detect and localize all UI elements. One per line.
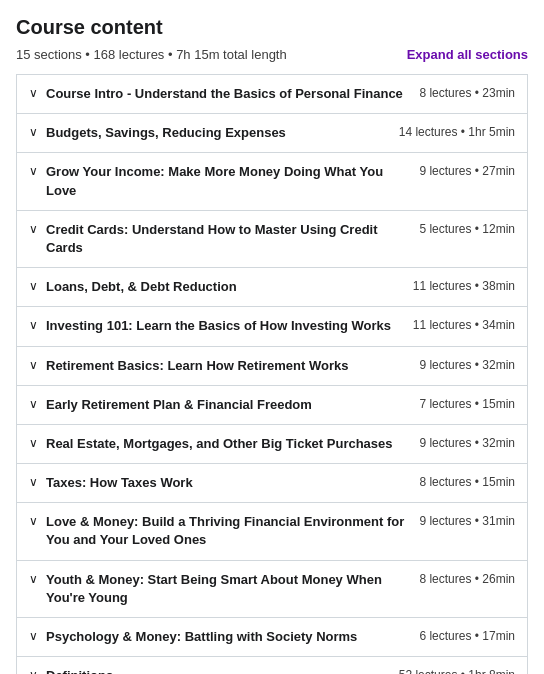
section-meta: 8 lectures • 23min [419, 86, 515, 100]
section-list: ∨Course Intro - Understand the Basics of… [16, 74, 528, 674]
section-title: Budgets, Savings, Reducing Expenses [46, 124, 286, 142]
section-meta: 9 lectures • 27min [419, 164, 515, 178]
section-title: Credit Cards: Understand How to Master U… [46, 221, 407, 257]
chevron-down-icon: ∨ [29, 358, 38, 372]
chevron-down-icon: ∨ [29, 164, 38, 178]
section-left: ∨Credit Cards: Understand How to Master … [29, 221, 407, 257]
table-row[interactable]: ∨Retirement Basics: Learn How Retirement… [17, 347, 527, 386]
chevron-down-icon: ∨ [29, 279, 38, 293]
section-left: ∨Budgets, Savings, Reducing Expenses [29, 124, 387, 142]
table-row[interactable]: ∨Youth & Money: Start Being Smart About … [17, 561, 527, 618]
section-meta: 7 lectures • 15min [419, 397, 515, 411]
section-left: ∨Definitions [29, 667, 387, 674]
summary-text: 15 sections • 168 lectures • 7h 15m tota… [16, 47, 287, 62]
table-row[interactable]: ∨Early Retirement Plan & Financial Freed… [17, 386, 527, 425]
chevron-down-icon: ∨ [29, 514, 38, 528]
table-row[interactable]: ∨Psychology & Money: Battling with Socie… [17, 618, 527, 657]
chevron-down-icon: ∨ [29, 318, 38, 332]
section-title: Early Retirement Plan & Financial Freedo… [46, 396, 312, 414]
chevron-down-icon: ∨ [29, 668, 38, 674]
section-title: Retirement Basics: Learn How Retirement … [46, 357, 348, 375]
section-meta: 8 lectures • 26min [419, 572, 515, 586]
table-row[interactable]: ∨Love & Money: Build a Thriving Financia… [17, 503, 527, 560]
section-meta: 11 lectures • 34min [413, 318, 515, 332]
section-left: ∨Psychology & Money: Battling with Socie… [29, 628, 407, 646]
summary-row: 15 sections • 168 lectures • 7h 15m tota… [16, 47, 528, 62]
section-meta: 6 lectures • 17min [419, 629, 515, 643]
section-meta: 9 lectures • 32min [419, 358, 515, 372]
section-meta: 9 lectures • 32min [419, 436, 515, 450]
section-left: ∨Retirement Basics: Learn How Retirement… [29, 357, 407, 375]
chevron-down-icon: ∨ [29, 222, 38, 236]
chevron-down-icon: ∨ [29, 125, 38, 139]
expand-all-link[interactable]: Expand all sections [407, 47, 528, 62]
section-meta: 52 lectures • 1hr 8min [399, 668, 515, 674]
chevron-down-icon: ∨ [29, 86, 38, 100]
page-title: Course content [16, 16, 528, 39]
table-row[interactable]: ∨Grow Your Income: Make More Money Doing… [17, 153, 527, 210]
section-title: Taxes: How Taxes Work [46, 474, 193, 492]
section-left: ∨Investing 101: Learn the Basics of How … [29, 317, 401, 335]
section-title: Psychology & Money: Battling with Societ… [46, 628, 357, 646]
section-meta: 14 lectures • 1hr 5min [399, 125, 515, 139]
section-title: Real Estate, Mortgages, and Other Big Ti… [46, 435, 393, 453]
section-title: Loans, Debt, & Debt Reduction [46, 278, 237, 296]
section-left: ∨Love & Money: Build a Thriving Financia… [29, 513, 407, 549]
section-meta: 8 lectures • 15min [419, 475, 515, 489]
table-row[interactable]: ∨Taxes: How Taxes Work8 lectures • 15min [17, 464, 527, 503]
section-title: Grow Your Income: Make More Money Doing … [46, 163, 407, 199]
section-meta: 11 lectures • 38min [413, 279, 515, 293]
section-left: ∨Loans, Debt, & Debt Reduction [29, 278, 401, 296]
section-title: Youth & Money: Start Being Smart About M… [46, 571, 407, 607]
section-left: ∨Grow Your Income: Make More Money Doing… [29, 163, 407, 199]
chevron-down-icon: ∨ [29, 475, 38, 489]
section-left: ∨Taxes: How Taxes Work [29, 474, 407, 492]
table-row[interactable]: ∨Investing 101: Learn the Basics of How … [17, 307, 527, 346]
section-title: Investing 101: Learn the Basics of How I… [46, 317, 391, 335]
chevron-down-icon: ∨ [29, 397, 38, 411]
course-content-panel: Course content 15 sections • 168 lecture… [0, 0, 544, 674]
table-row[interactable]: ∨Credit Cards: Understand How to Master … [17, 211, 527, 268]
section-left: ∨Early Retirement Plan & Financial Freed… [29, 396, 407, 414]
table-row[interactable]: ∨Real Estate, Mortgages, and Other Big T… [17, 425, 527, 464]
table-row[interactable]: ∨Loans, Debt, & Debt Reduction11 lecture… [17, 268, 527, 307]
section-meta: 9 lectures • 31min [419, 514, 515, 528]
chevron-down-icon: ∨ [29, 629, 38, 643]
chevron-down-icon: ∨ [29, 572, 38, 586]
table-row[interactable]: ∨Course Intro - Understand the Basics of… [17, 75, 527, 114]
section-left: ∨Course Intro - Understand the Basics of… [29, 85, 407, 103]
chevron-down-icon: ∨ [29, 436, 38, 450]
section-title: Course Intro - Understand the Basics of … [46, 85, 403, 103]
table-row[interactable]: ∨Budgets, Savings, Reducing Expenses14 l… [17, 114, 527, 153]
section-meta: 5 lectures • 12min [419, 222, 515, 236]
section-left: ∨Youth & Money: Start Being Smart About … [29, 571, 407, 607]
section-title: Definitions [46, 667, 113, 674]
section-left: ∨Real Estate, Mortgages, and Other Big T… [29, 435, 407, 453]
table-row[interactable]: ∨Definitions52 lectures • 1hr 8min [17, 657, 527, 674]
section-title: Love & Money: Build a Thriving Financial… [46, 513, 407, 549]
